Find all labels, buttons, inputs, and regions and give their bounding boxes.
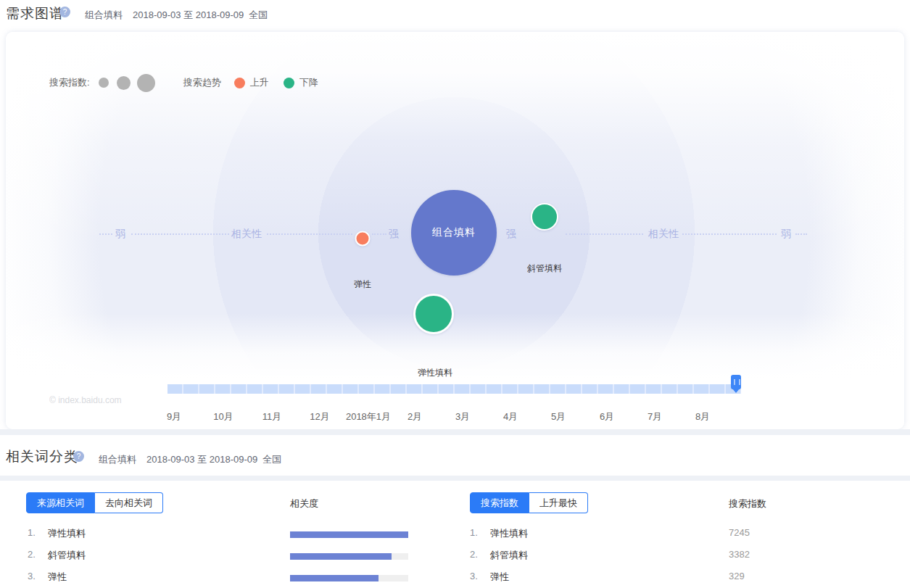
month-tick: 7月 [648,410,662,423]
index-rising-tab-group: 搜索指数 上升最快 [470,492,588,513]
size-dot-small-icon [99,78,109,88]
month-tick: 9月 [167,410,181,423]
search-index-value: 329 [729,571,745,581]
search-index-value: 3382 [729,549,750,560]
relevance-bar-fill [290,553,392,560]
axis-weak-right: 弱 [781,228,791,241]
demand-map-title: 需求图谱 [6,6,64,21]
related-word-link[interactable]: 弹性填料 [48,527,86,540]
bubble-center-keyword[interactable]: 组合填料 [411,190,497,276]
legend-down-label: 下降 [299,76,318,89]
month-tick: 5月 [551,410,566,423]
help-icon[interactable]: ? [73,451,84,462]
bubble-related-down[interactable] [413,294,454,334]
month-tick: 8月 [695,410,710,423]
axis-dotted-line [267,233,352,235]
relevance-bar [290,553,408,560]
bubble-label: 弹性填料 [418,367,452,379]
axis-strong-right: 强 [506,228,516,241]
month-tick: 2018年1月 [346,410,391,423]
related-word-link[interactable]: 弹性 [490,571,509,584]
keyword-label: 组合填料 [85,9,123,22]
region-label: 全国 [262,453,281,466]
axis-dotted-line [372,233,386,235]
relevance-bar [290,531,408,538]
size-dot-large-icon [137,74,155,92]
rank-label: 1. [470,527,478,538]
rank-label: 1. [28,527,36,538]
tab-source-related-words[interactable]: 来源相关词 [26,492,95,513]
legend-size-label: 搜索指数: [49,76,90,89]
date-range-label: 2018-09-03 至 2018-09-09 [133,9,244,22]
trend-up-dot-icon [234,78,245,88]
axis-dotted-line [682,233,777,235]
axis-dotted-line [99,233,112,235]
section-divider [0,429,910,435]
month-tick: 6月 [600,410,614,423]
relevance-column-header: 相关度 [290,497,318,510]
source-dest-tab-group: 来源相关词 去向相关词 [26,492,163,513]
tab-search-index[interactable]: 搜索指数 [470,492,529,513]
search-index-value: 7245 [729,527,750,538]
rank-label: 3. [28,571,36,581]
keyword-label: 组合填料 [99,453,136,466]
related-word-link[interactable]: 弹性填料 [490,527,528,540]
rank-label: 2. [470,549,478,560]
help-icon[interactable]: ? [59,7,70,17]
rank-label: 2. [28,549,36,560]
baidu-index-page: 需求图谱 ? 组合填料 2018-09-03 至 2018-09-09 全国 搜… [0,0,910,588]
trend-down-dot-icon [284,78,294,88]
related-word-link[interactable]: 斜管填料 [490,549,528,562]
chart-legend: 搜索指数: 搜索趋势 上升 下降 [49,73,318,93]
time-slider-handle[interactable] [731,375,741,389]
legend-up-label: 上升 [250,76,269,89]
month-tick: 2月 [408,410,422,423]
month-tick: 4月 [503,410,518,423]
legend-trend-label: 搜索趋势 [183,76,221,89]
month-tick: 12月 [310,410,329,423]
related-words-title: 相关词分类 [6,447,78,466]
watermark: © index.baidu.com [49,395,122,405]
axis-relevance-right: 相关性 [648,228,679,241]
axis-strong-left: 强 [389,228,399,241]
related-word-link[interactable]: 弹性 [48,571,67,584]
search-index-column-header: 搜索指数 [729,497,766,510]
demand-map-card: 搜索指数: 搜索趋势 上升 下降 弱 相关性 强 强 相关性 弱 组合填料 弹性 [6,32,904,429]
demand-map-title-row: 需求图谱 [6,4,64,23]
tab-dest-related-words[interactable]: 去向相关词 [95,492,163,513]
tab-fastest-rising[interactable]: 上升最快 [529,492,588,513]
time-slider-track[interactable] [167,384,741,394]
rank-label: 3. [470,571,478,581]
month-tick: 3月 [455,410,470,423]
size-dot-medium-icon [117,76,131,90]
axis-dotted-line [795,233,807,235]
bubble-related-up[interactable] [355,231,371,247]
relevance-bar-fill [290,531,408,538]
axis-relevance-left: 相关性 [231,228,262,241]
bubble-label: 弹性 [354,278,371,291]
axis-dotted-line [131,233,229,235]
month-tick: 10月 [213,410,233,423]
relevance-bar [290,575,408,581]
axis-weak-left: 弱 [115,228,125,241]
bubble-related-down[interactable] [531,203,558,231]
bubble-label: 斜管填料 [527,262,562,275]
region-label: 全国 [249,9,268,22]
relevance-bar-fill [290,575,379,581]
related-word-link[interactable]: 斜管填料 [48,549,86,562]
month-tick: 11月 [262,410,282,423]
section-divider [0,476,910,481]
axis-dotted-line [566,233,643,235]
date-range-label: 2018-09-03 至 2018-09-09 [146,453,257,466]
